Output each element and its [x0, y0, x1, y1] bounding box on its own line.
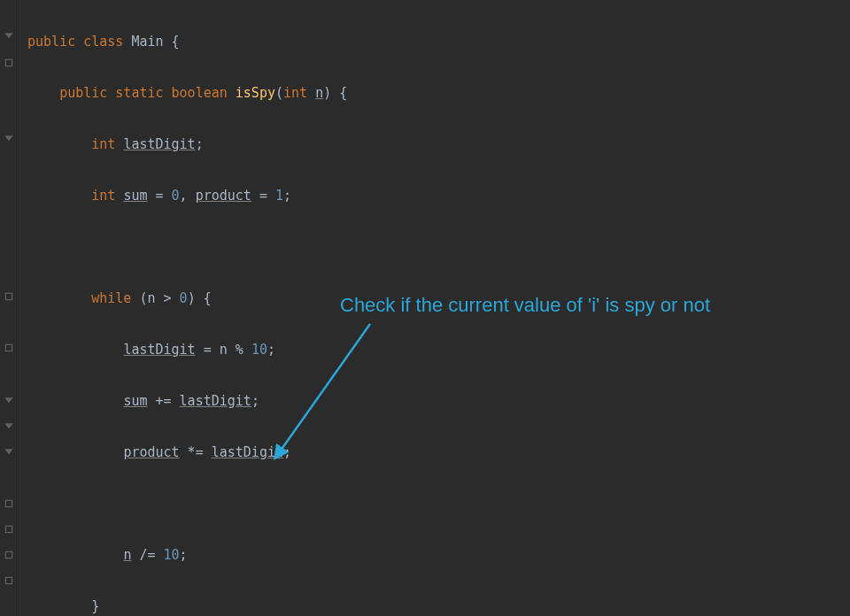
code-line: [27, 491, 379, 517]
fold-open-icon[interactable]: [4, 397, 14, 407]
code-line: product *= lastDigit;: [27, 440, 379, 466]
code-line: int sum = 0, product = 1;: [27, 183, 379, 209]
code-line: while (n > 0) {: [27, 286, 379, 312]
svg-rect-0: [5, 59, 12, 65]
code-area[interactable]: public class Main { public static boolea…: [20, 0, 379, 616]
fold-open-icon[interactable]: [4, 135, 14, 145]
fold-open-icon[interactable]: [4, 32, 14, 42]
annotation-text: Check if the current value of 'i' is spy…: [340, 294, 710, 317]
fold-close-icon[interactable]: [4, 524, 14, 535]
gutter: [0, 0, 20, 616]
fold-open-icon[interactable]: [4, 448, 14, 458]
svg-rect-2: [5, 344, 12, 350]
code-line: lastDigit = n % 10;: [27, 337, 379, 363]
fold-close-icon[interactable]: [4, 291, 14, 302]
svg-rect-4: [5, 526, 12, 532]
code-line: n /= 10;: [27, 543, 379, 568]
code-line: sum += lastDigit;: [27, 389, 379, 414]
code-line: public class Main {: [27, 29, 379, 55]
svg-rect-3: [5, 500, 12, 506]
code-line: [27, 235, 379, 260]
fold-close-icon[interactable]: [4, 575, 14, 586]
fold-close-icon[interactable]: [4, 498, 14, 509]
svg-rect-5: [5, 551, 12, 558]
code-line: int lastDigit;: [27, 132, 379, 158]
fold-close-icon[interactable]: [4, 550, 14, 560]
fold-open-icon[interactable]: [4, 422, 14, 433]
fold-close-icon[interactable]: [4, 343, 14, 353]
code-line: }: [27, 594, 379, 616]
code-line: public static boolean isSpy(int n) {: [27, 81, 379, 106]
svg-rect-6: [5, 577, 12, 583]
svg-rect-1: [5, 293, 12, 299]
fold-marker-icon: [4, 58, 14, 68]
